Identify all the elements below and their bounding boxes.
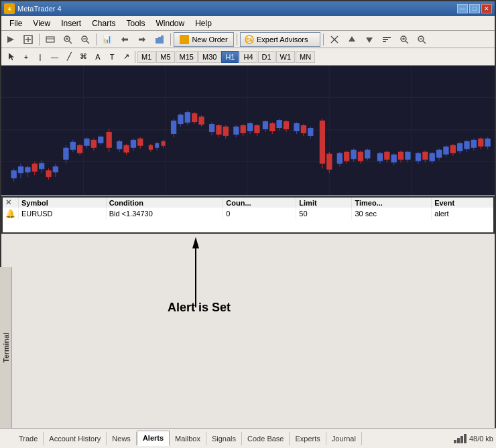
svg-rect-28 xyxy=(383,41,386,42)
alert-limit: 50 xyxy=(296,208,352,220)
maximize-button[interactable]: □ xyxy=(469,4,480,13)
tab-news[interactable]: News xyxy=(107,432,137,445)
vertical-line-tool[interactable]: | xyxy=(34,51,47,63)
status-right: 48/0 kb xyxy=(453,433,495,444)
trendline-tool[interactable]: ╱ xyxy=(62,50,76,63)
period-h1[interactable]: H1 xyxy=(221,51,239,63)
tab-account-history[interactable]: Account History xyxy=(44,432,107,445)
svg-rect-125 xyxy=(308,128,313,136)
svg-rect-81 xyxy=(137,139,143,146)
period-m5[interactable]: M5 xyxy=(156,51,174,63)
svg-rect-89 xyxy=(171,121,176,134)
cursor-tool[interactable] xyxy=(4,50,19,64)
chart-template-button[interactable]: 📊 xyxy=(99,32,115,47)
chart-period-up-button[interactable] xyxy=(344,32,360,47)
svg-rect-151 xyxy=(416,153,421,161)
new-order-button[interactable]: New Order xyxy=(174,32,234,47)
app-icon: 4 xyxy=(4,3,15,14)
zoom-in-button[interactable] xyxy=(60,32,76,47)
svg-rect-57 xyxy=(46,170,51,177)
fibonacci-tool[interactable]: ⌘ xyxy=(76,50,90,63)
text2-tool[interactable]: T xyxy=(105,51,119,63)
chart-area[interactable] xyxy=(1,66,495,196)
arrow-tool[interactable]: ↗ xyxy=(119,50,133,63)
period-m30[interactable]: M30 xyxy=(198,51,221,63)
menu-charts[interactable]: Charts xyxy=(86,17,121,29)
tab-code-base[interactable]: Code Base xyxy=(242,432,290,445)
svg-rect-147 xyxy=(398,152,404,160)
new-chart-button[interactable] xyxy=(20,32,36,47)
close-button[interactable]: ✕ xyxy=(481,4,492,13)
tab-alerts[interactable]: Alerts xyxy=(137,431,170,446)
period-h4[interactable]: H4 xyxy=(239,51,257,63)
menu-tools[interactable]: Tools xyxy=(121,17,151,29)
svg-rect-103 xyxy=(223,127,229,136)
separator-1 xyxy=(39,33,40,46)
window-controls: — □ ✕ xyxy=(457,4,492,13)
svg-rect-129 xyxy=(326,154,332,170)
crosshair-tool[interactable]: + xyxy=(19,51,33,63)
svg-rect-105 xyxy=(233,127,239,135)
content-area: ✕ Symbol Condition Coun... Limit Timeo..… xyxy=(1,66,495,447)
chart-period-down-button[interactable] xyxy=(361,32,377,47)
indicators-button[interactable] xyxy=(151,32,168,47)
svg-rect-17 xyxy=(156,38,158,44)
close-alert-panel[interactable]: ✕ xyxy=(5,198,11,206)
svg-rect-27 xyxy=(383,39,388,40)
chart-shift-button[interactable] xyxy=(117,32,133,47)
tab-experts[interactable]: Experts xyxy=(290,432,326,445)
expert-advisors-button[interactable]: EA Expert Advisors xyxy=(240,32,320,47)
menu-view[interactable]: View xyxy=(27,17,56,29)
tab-trade[interactable]: Trade xyxy=(13,432,44,445)
svg-rect-161 xyxy=(450,145,456,153)
period-separator-btn[interactable] xyxy=(326,32,343,47)
svg-rect-149 xyxy=(405,152,410,160)
minimize-button[interactable]: — xyxy=(457,4,468,13)
svg-rect-141 xyxy=(377,153,383,161)
period-w1[interactable]: W1 xyxy=(276,51,296,63)
horizontal-line-tool[interactable]: — xyxy=(48,51,62,63)
svg-rect-139 xyxy=(365,150,370,159)
svg-rect-174 xyxy=(454,440,456,443)
svg-rect-87 xyxy=(161,141,165,146)
svg-rect-165 xyxy=(464,141,469,149)
svg-rect-77 xyxy=(123,145,129,153)
svg-rect-83 xyxy=(149,145,153,150)
period-mn[interactable]: MN xyxy=(296,51,315,63)
svg-rect-19 xyxy=(161,35,164,44)
profiles-button[interactable] xyxy=(42,32,58,47)
menu-file[interactable]: File xyxy=(4,17,27,29)
toolbar-2: + | — ╱ ⌘ A T ↗ M1 M5 M15 M30 H1 H4 D1 W… xyxy=(1,48,495,66)
tab-mailbox[interactable]: Mailbox xyxy=(170,432,206,445)
zoom-out2-button[interactable] xyxy=(414,32,430,47)
menu-help[interactable]: Help xyxy=(190,17,217,29)
chart-autoscroll-button[interactable] xyxy=(134,32,150,47)
menu-insert[interactable]: Insert xyxy=(56,17,86,29)
svg-rect-109 xyxy=(247,123,253,131)
tab-journal[interactable]: Journal xyxy=(326,432,362,445)
svg-rect-175 xyxy=(457,438,460,443)
tab-signals[interactable]: Signals xyxy=(206,432,242,445)
svg-rect-113 xyxy=(263,121,268,129)
menu-window[interactable]: Window xyxy=(151,17,190,29)
status-size: 48/0 kb xyxy=(469,435,493,443)
svg-rect-137 xyxy=(358,152,363,161)
terminal-label: Terminal xyxy=(2,332,10,362)
period-m1[interactable]: M1 xyxy=(137,51,156,63)
arrow-tool-button[interactable] xyxy=(3,32,19,47)
svg-rect-167 xyxy=(471,140,477,148)
zoom-in2-button[interactable] xyxy=(396,32,412,47)
zoom-out-button[interactable] xyxy=(77,32,93,47)
svg-marker-25 xyxy=(366,38,373,43)
svg-rect-71 xyxy=(98,137,103,143)
separator-4 xyxy=(237,33,237,46)
text-tool[interactable]: A xyxy=(91,51,105,63)
period-d1[interactable]: D1 xyxy=(258,51,275,63)
svg-text:EA: EA xyxy=(246,38,253,42)
svg-rect-91 xyxy=(178,115,183,124)
svg-rect-123 xyxy=(301,125,306,133)
svg-line-30 xyxy=(406,41,408,44)
history-center-button[interactable] xyxy=(379,32,395,47)
alert-row[interactable]: 🔔 EURUSD Bid <1.34730 0 50 30 sec alert xyxy=(3,208,493,220)
period-m15[interactable]: M15 xyxy=(176,51,198,63)
